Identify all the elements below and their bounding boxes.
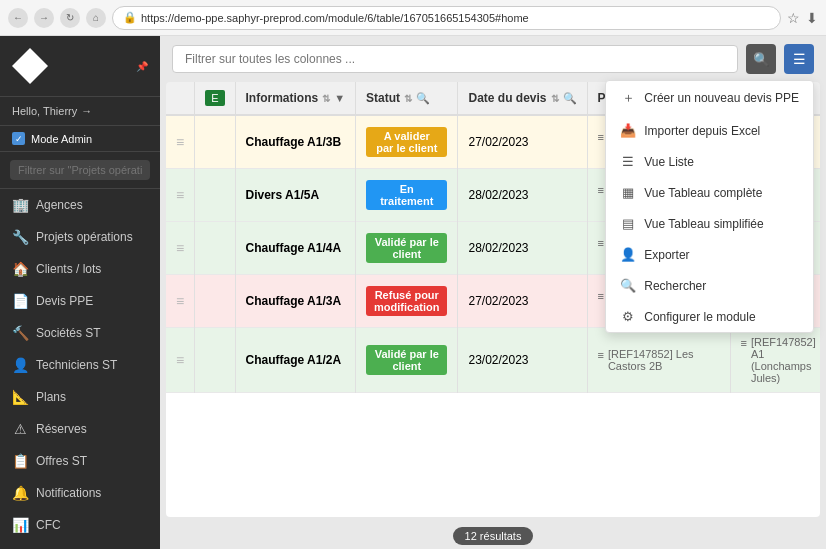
sort-statut-icon[interactable]: ⇅ [404, 93, 412, 104]
bookmark-icon[interactable]: ☆ [787, 10, 800, 26]
sort-date-icon[interactable]: ⇅ [551, 93, 559, 104]
nav-icon-reserves: ⚠ [12, 421, 28, 437]
sidebar-item-notifications[interactable]: 🔔Notifications [0, 477, 160, 509]
status-badge-1: En traitement [366, 180, 447, 210]
nav-label-societes: Sociétés ST [36, 326, 101, 340]
cell-excel-1 [195, 169, 235, 222]
logo [12, 48, 48, 84]
dropdown-vue-tableau-simplifiee[interactable]: ▤ Vue Tableau simplifiée [606, 208, 813, 239]
dropdown-configurer-label: Configurer le module [644, 310, 755, 324]
sidebar-item-techniciens[interactable]: 👤Techniciens ST [0, 349, 160, 381]
sidebar-item-devis[interactable]: 📄Devis PPE [0, 285, 160, 317]
col-informations: Informations ⇅ ▼ [235, 82, 356, 115]
dropdown-rechercher[interactable]: 🔍 Rechercher [606, 270, 813, 301]
drag-handle-0[interactable]: ≡ [176, 134, 184, 150]
logout-arrow[interactable]: → [81, 105, 92, 117]
nav-label-reserves: Réserves [36, 422, 87, 436]
app-container: 📌 Hello, Thierry → ✓ Mode Admin 🏢Agences… [0, 36, 826, 549]
cell-drag-2[interactable]: ≡ [166, 222, 195, 275]
drag-handle-4[interactable]: ≡ [176, 352, 184, 368]
status-badge-0: A valider par le client [366, 127, 447, 157]
back-button[interactable]: ← [8, 8, 28, 28]
dropdown-vue-liste[interactable]: ☰ Vue Liste [606, 146, 813, 177]
forward-button[interactable]: → [34, 8, 54, 28]
dropdown-new-devis[interactable]: ＋ Créer un nouveau devis PPE [606, 81, 813, 115]
menu-button[interactable]: ☰ [784, 44, 814, 74]
sidebar-item-projets[interactable]: 🔧Projets opérations [0, 221, 160, 253]
sort-informations-icon[interactable]: ⇅ [322, 93, 330, 104]
browser-icons: ☆ ⬇ [787, 10, 818, 26]
url-text: https://demo-ppe.saphyr-preprod.com/modu… [141, 12, 529, 24]
nav-icon-cfc: 📊 [12, 517, 28, 533]
drag-handle-3[interactable]: ≡ [176, 293, 184, 309]
nav-label-plans: Plans [36, 390, 66, 404]
table-footer: 12 résultats [160, 523, 826, 549]
filter-date-icon[interactable]: 🔍 [563, 92, 577, 105]
browser-chrome: ← → ↻ ⌂ 🔒 https://demo-ppe.saphyr-prepro… [0, 0, 826, 36]
sidebar-item-cfc[interactable]: 📊CFC [0, 509, 160, 541]
dropdown-import-excel-label: Importer depuis Excel [644, 124, 760, 138]
cell-drag-4[interactable]: ≡ [166, 328, 195, 393]
sidebar-item-reserves[interactable]: ⚠Réserves [0, 413, 160, 445]
col-informations-label: Informations [246, 91, 319, 105]
url-bar[interactable]: 🔒 https://demo-ppe.saphyr-preprod.com/mo… [112, 6, 781, 30]
nav-icon-agences: 🏢 [12, 197, 28, 213]
dropdown-vue-tableau-complete-label: Vue Tableau complète [644, 186, 762, 200]
dropdown-menu: ＋ Créer un nouveau devis PPE 📥 Importer … [605, 80, 814, 333]
dropdown-vue-liste-label: Vue Liste [644, 155, 694, 169]
excel-button[interactable]: E [205, 90, 224, 106]
admin-label: Mode Admin [31, 133, 92, 145]
filter-informations-icon[interactable]: ▼ [334, 92, 345, 104]
cell-statut-4: Validé par le client [356, 328, 458, 393]
sidebar-item-offres[interactable]: 📋Offres ST [0, 445, 160, 477]
cell-informations-2: Chauffage A1/4A [235, 222, 356, 275]
cell-statut-0: A valider par le client [356, 115, 458, 169]
pin-icon[interactable]: 📌 [136, 61, 148, 72]
dropdown-vue-tableau-complete[interactable]: ▦ Vue Tableau complète [606, 177, 813, 208]
sidebar: 📌 Hello, Thierry → ✓ Mode Admin 🏢Agences… [0, 36, 160, 549]
cell-statut-3: Refusé pour modification [356, 275, 458, 328]
nav-icon-notifications: 🔔 [12, 485, 28, 501]
nav-label-projets: Projets opérations [36, 230, 133, 244]
filter-statut-icon[interactable]: 🔍 [416, 92, 430, 105]
cell-excel-4 [195, 328, 235, 393]
sidebar-item-societes[interactable]: 🔨Sociétés ST [0, 317, 160, 349]
sidebar-search[interactable] [0, 152, 160, 189]
cell-excel-2 [195, 222, 235, 275]
plus-icon: ＋ [620, 89, 636, 107]
dropdown-configurer[interactable]: ⚙ Configurer le module [606, 301, 813, 332]
search-button[interactable]: 🔍 [746, 44, 776, 74]
drag-handle-2[interactable]: ≡ [176, 240, 184, 256]
drag-handle-1[interactable]: ≡ [176, 187, 184, 203]
sidebar-item-clients[interactable]: 🏠Clients / lots [0, 253, 160, 285]
dropdown-exporter[interactable]: 👤 Exporter [606, 239, 813, 270]
cell-statut-2: Validé par le client [356, 222, 458, 275]
user-greeting: Hello, Thierry [12, 105, 77, 117]
cell-excel-0 [195, 115, 235, 169]
dropdown-rechercher-label: Rechercher [644, 279, 706, 293]
cell-date-0: 27/02/2023 [458, 115, 587, 169]
cell-drag-1[interactable]: ≡ [166, 169, 195, 222]
sidebar-logo: 📌 [0, 36, 160, 97]
cell-informations-4: Chauffage A1/2A [235, 328, 356, 393]
dropdown-import-excel[interactable]: 📥 Importer depuis Excel [606, 115, 813, 146]
download-icon[interactable]: ⬇ [806, 10, 818, 26]
col-statut-label: Statut [366, 91, 400, 105]
cell-client-4: ≡[REF147852] A1 (Lonchamps Jules) [730, 328, 820, 393]
sidebar-search-input[interactable] [10, 160, 150, 180]
results-badge: 12 résultats [453, 527, 534, 545]
nav-label-clients: Clients / lots [36, 262, 101, 276]
cell-drag-3[interactable]: ≡ [166, 275, 195, 328]
col-date-label: Date du devis [468, 91, 546, 105]
home-button[interactable]: ⌂ [86, 8, 106, 28]
search-input[interactable] [172, 45, 738, 73]
nav-label-cfc: CFC [36, 518, 61, 532]
cell-drag-0[interactable]: ≡ [166, 115, 195, 169]
sidebar-admin-toggle[interactable]: ✓ Mode Admin [0, 126, 160, 152]
export-icon: 👤 [620, 247, 636, 262]
sidebar-item-agences[interactable]: 🏢Agences [0, 189, 160, 221]
admin-checkbox[interactable]: ✓ [12, 132, 25, 145]
sidebar-item-plans[interactable]: 📐Plans [0, 381, 160, 413]
refresh-button[interactable]: ↻ [60, 8, 80, 28]
cell-excel-3 [195, 275, 235, 328]
